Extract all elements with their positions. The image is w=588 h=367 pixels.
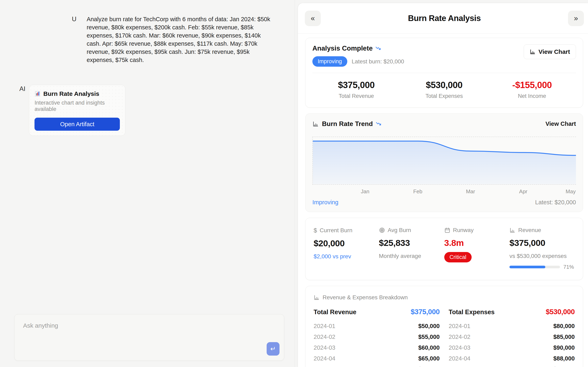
artifact-panel-wrap: « Burn Rate Analysis » Analysis Complete [295,0,588,367]
stat-net-income: -$155,000 Net Income [488,80,576,99]
chevrons-left-icon: « [311,14,315,22]
calendar-icon [444,227,450,233]
x-axis-label: Feb [413,188,423,195]
burn-trend-chart [312,137,576,185]
x-axis: JanFebMarAprMay [312,186,576,195]
progress-label: 71% [563,264,574,270]
x-axis-label: Jan [361,188,369,195]
trending-down-icon [376,121,381,127]
table-row: 2024-01$50,000 [314,321,440,332]
trend-title: Burn Rate Trend [322,120,373,128]
user-message: U Analyze burn rate for TechCorp with 6 … [0,0,295,64]
table-row: 2024-03$90,000 [449,342,575,353]
metric-avg-burn: Avg Burn $25,833 Monthly average [379,227,444,270]
area-chart-svg [313,137,576,184]
table-row: 2024-05$92,000 [449,364,575,367]
view-chart-button[interactable]: View Chart [524,44,576,59]
chevrons-right-icon: » [574,14,578,22]
table-row: 2024-04$65,000 [314,353,440,364]
chart-column-icon [314,294,320,300]
composer[interactable]: ↵ [14,314,284,361]
stat-total-expenses: $530,000 Total Expenses [400,80,488,99]
table-row: 2024-04$88,000 [449,353,575,364]
bar-chart-icon [35,91,41,97]
send-button[interactable]: ↵ [267,342,279,356]
chart-column-icon [530,49,536,55]
panel-content: Analysis Complete Improving Latest burn:… [298,34,588,367]
divider [312,73,576,73]
breakdown-title: Revenue & Expenses Breakdown [323,294,408,301]
x-axis-label: Apr [519,188,527,195]
burn-rate-trend-card: Burn Rate Trend View Chart [305,113,583,212]
chart-column-icon [509,227,516,233]
target-icon [379,227,385,233]
trend-status-text: Improving [312,199,338,206]
user-message-text: Analyze burn rate for TechCorp with 6 mo… [86,15,271,64]
user-avatar: U [72,15,76,64]
revenue-progress: 71% [509,264,575,270]
metric-runway: Runway 3.8m Critical [444,227,510,270]
x-axis-label: May [566,188,576,195]
stat-total-revenue: $375,000 Total Revenue [312,80,400,99]
page-title: Burn Rate Analysis [408,14,481,23]
chat-panel: U Analyze burn rate for TechCorp with 6 … [0,0,295,367]
return-icon: ↵ [270,345,276,353]
table-row: 2024-02$55,000 [314,332,440,342]
summary-title: Analysis Complete [312,44,373,52]
expenses-column: Total Expenses $530,000 2024-01$80,00020… [449,308,575,367]
artifact-card[interactable]: Burn Rate Analysis Interactive chart and… [29,85,125,136]
artifact-panel: « Burn Rate Analysis » Analysis Complete [298,3,588,367]
open-artifact-button[interactable]: Open Artifact [35,118,120,131]
ai-avatar: AI [19,85,25,136]
status-badge: Improving [312,56,347,67]
chat-input[interactable] [15,314,284,360]
view-chart-link[interactable]: View Chart [545,120,576,127]
revenue-total: $375,000 [411,308,440,316]
metric-current-burn: $ Current Burn $20,000 $2,000 vs prev [314,227,379,270]
trend-latest-text: Latest: $20,000 [535,199,576,206]
critical-badge: Critical [444,252,472,262]
panel-header: « Burn Rate Analysis » [298,3,588,34]
expenses-total: $530,000 [546,308,575,316]
trending-down-icon [375,46,381,51]
ai-message: AI Burn Rate Analysis Interactive chart … [0,64,295,136]
progress-fill [509,266,545,268]
latest-burn-text: Latest burn: $20,000 [352,58,404,65]
table-row: 2024-02$85,000 [449,332,575,342]
chart-column-icon [312,121,319,127]
table-row: 2024-03$60,000 [314,342,440,353]
dollar-icon: $ [314,227,317,234]
revenue-column: Total Revenue $375,000 2024-01$50,000202… [314,308,440,367]
artifact-title: Burn Rate Analysis [43,90,99,97]
metrics-card: $ Current Burn $20,000 $2,000 vs prev Av… [305,218,583,280]
breakdown-card: Revenue & Expenses Breakdown Total Reven… [305,286,583,367]
metric-revenue: Revenue $375,000 vs $530,000 expenses 71… [509,227,575,270]
table-row: 2024-01$80,000 [449,321,575,332]
analysis-summary-card: Analysis Complete Improving Latest burn:… [305,38,583,108]
collapse-panel-button[interactable]: « [305,11,321,26]
x-axis-label: Mar [466,188,475,195]
expand-panel-button[interactable]: » [568,11,584,26]
artifact-subtitle: Interactive chart and insights available [35,100,120,112]
table-row: 2024-05$70,000 [314,364,440,367]
